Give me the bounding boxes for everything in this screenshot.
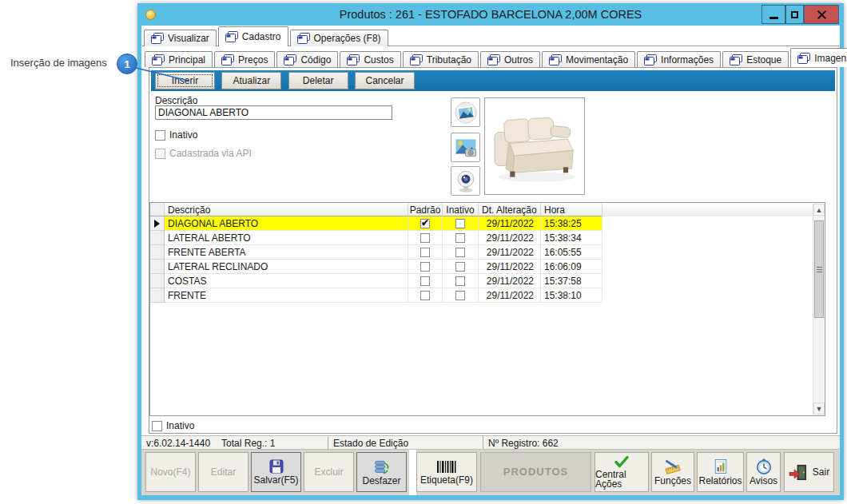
scrollbar-thumb[interactable] <box>814 220 824 318</box>
relatorios-button[interactable]: Relatórios <box>697 452 744 492</box>
subtab-label: Tributação <box>427 54 471 65</box>
footer-inativo-row[interactable]: Inativo <box>152 420 194 431</box>
editar-button[interactable]: Editar <box>198 452 249 492</box>
report-chart-icon <box>714 458 728 474</box>
col-dt-alteracao[interactable]: Dt. Alteração <box>479 203 541 216</box>
card-stack-icon <box>797 53 810 64</box>
subtab-informacoes[interactable]: Informações <box>637 51 721 67</box>
product-photo-sofa <box>489 103 580 189</box>
card-stack-icon <box>151 33 164 44</box>
desfazer-button[interactable]: Desfazer <box>356 452 407 492</box>
cell-descricao: FRENTE <box>165 288 408 303</box>
subtab-codigo[interactable]: Código <box>276 51 338 67</box>
padrao-checkbox[interactable] <box>420 291 430 300</box>
subtab-estoque[interactable]: Estoque <box>722 51 789 67</box>
card-stack-icon <box>347 54 360 65</box>
maximize-icon <box>791 11 798 18</box>
footer-inativo-label: Inativo <box>166 420 194 431</box>
padrao-checkbox[interactable] <box>420 233 430 243</box>
card-stack-icon <box>225 31 238 42</box>
inativo-checkbox-row[interactable]: Inativo <box>155 129 197 141</box>
version-text: v:6.02.14-1440 <box>146 438 210 449</box>
deletar-button[interactable]: Deletar <box>288 72 348 89</box>
sair-button[interactable]: Sair <box>784 452 834 492</box>
gallery-image-icon <box>454 101 478 125</box>
subtab-custos[interactable]: Custos <box>340 51 400 67</box>
subtab-movimentacao[interactable]: Movimentação <box>542 51 635 67</box>
produtos-button: PRODUTOS <box>480 452 591 492</box>
inativo-checkbox[interactable] <box>155 130 165 141</box>
subtab-principal[interactable]: Principal <box>145 51 213 67</box>
images-grid[interactable]: Descrição Padrão Inativo Dt. Alteração H… <box>149 202 825 416</box>
inativo-checkbox[interactable] <box>455 219 465 228</box>
cancelar-button[interactable]: Cancelar <box>355 72 415 89</box>
padrao-checkbox[interactable] <box>420 262 430 272</box>
subtab-label: Principal <box>169 54 205 65</box>
col-inativo[interactable]: Inativo <box>443 203 479 216</box>
inativo-checkbox[interactable] <box>455 233 465 243</box>
webcam-icon <box>454 169 478 193</box>
col-descricao[interactable]: Descrição <box>165 203 408 216</box>
subtab-precos[interactable]: Preços <box>214 51 275 67</box>
cell-dt: 29/11/2022 <box>479 274 541 288</box>
inativo-checkbox[interactable] <box>455 262 465 272</box>
cell-descricao: LATERAL ABERTO <box>165 231 408 245</box>
table-row[interactable]: FRENTE ABERTA 29/11/2022 16:05:55 <box>150 245 825 260</box>
table-row[interactable]: LATERAL ABERTO 29/11/2022 15:38:34 <box>150 231 825 245</box>
padrao-checkbox[interactable] <box>420 219 430 228</box>
novo-button[interactable]: Novo(F4) <box>145 452 196 492</box>
webcam-button[interactable] <box>451 166 480 196</box>
table-row[interactable]: DIAGONAL ABERTO 29/11/2022 15:38:25 <box>150 216 825 231</box>
tab-label: Operações (F8) <box>314 33 381 44</box>
tab-visualizar[interactable]: Visualizar <box>144 30 217 46</box>
excluir-button[interactable]: Excluir <box>304 452 354 492</box>
subtab-imagens[interactable]: Imagens <box>790 48 847 67</box>
grid-vertical-scrollbar[interactable]: ▲ ▼ <box>813 204 824 415</box>
avisos-button[interactable]: Avisos <box>746 452 781 492</box>
col-padrao[interactable]: Padrão <box>408 203 443 216</box>
col-hora[interactable]: Hora <box>541 203 602 216</box>
cell-descricao: FRENTE ABERTA <box>165 245 408 260</box>
atualizar-button[interactable]: Atualizar <box>221 72 281 89</box>
screenshot-root: Inserção de imagens 1 Produtos : 261 - E… <box>0 0 847 504</box>
card-stack-icon <box>730 54 742 65</box>
window-titlebar[interactable]: Produtos : 261 - ESTOFADO BARCELONA 2,00… <box>137 3 844 26</box>
table-row[interactable]: LATERAL RECLINADO 29/11/2022 16:06:09 <box>150 260 825 274</box>
footer-inativo-checkbox[interactable] <box>152 421 162 431</box>
descricao-input[interactable] <box>155 105 392 120</box>
card-stack-icon <box>410 54 423 65</box>
card-stack-icon <box>297 33 310 44</box>
inativo-checkbox[interactable] <box>455 276 465 286</box>
cell-descricao: LATERAL RECLINADO <box>165 260 408 274</box>
table-row[interactable]: FRENTE 29/11/2022 15:38:10 <box>150 288 825 303</box>
scroll-down-icon[interactable]: ▼ <box>813 403 825 415</box>
imagens-panel: Inserir Atualizar Deletar Cancelar Descr… <box>149 67 837 434</box>
central-acoes-button[interactable]: Central Ações <box>594 452 649 492</box>
cell-hora: 16:06:09 <box>541 260 602 274</box>
minimize-button[interactable] <box>762 5 785 24</box>
inativo-checkbox[interactable] <box>455 291 465 300</box>
inativo-checkbox[interactable] <box>455 248 465 257</box>
padrao-checkbox[interactable] <box>420 276 430 286</box>
tab-operacoes[interactable]: Operações (F8) <box>290 30 388 46</box>
status-bar: v:6.02.14-1440 Total Reg.: 1 Estado de E… <box>141 435 840 450</box>
maximize-button[interactable] <box>785 5 804 24</box>
ruler-pencil-icon <box>664 459 682 474</box>
inserir-button[interactable]: Inserir <box>155 72 215 89</box>
salvar-button[interactable]: Salvar(F5) <box>251 452 301 492</box>
subtab-label: Preços <box>238 54 268 65</box>
capture-image-button[interactable] <box>451 133 480 162</box>
subtab-tributacao[interactable]: Tributação <box>403 51 479 67</box>
padrao-checkbox[interactable] <box>420 248 430 257</box>
close-button[interactable] <box>804 5 839 24</box>
etiqueta-button[interactable]: Etiqueta(F9) <box>416 452 477 492</box>
table-row[interactable]: COSTAS 29/11/2022 15:37:58 <box>150 274 825 288</box>
funcoes-button[interactable]: Funções <box>651 452 694 492</box>
load-image-button[interactable] <box>451 97 480 127</box>
scroll-up-icon[interactable]: ▲ <box>813 204 825 216</box>
product-image-frame <box>484 97 585 195</box>
tab-cadastro[interactable]: Cadastro <box>218 26 288 46</box>
main-tabbar: Visualizar Cadastro Operações (F8) <box>144 26 388 46</box>
card-stack-icon <box>152 54 165 65</box>
subtab-outros[interactable]: Outros <box>480 51 540 67</box>
